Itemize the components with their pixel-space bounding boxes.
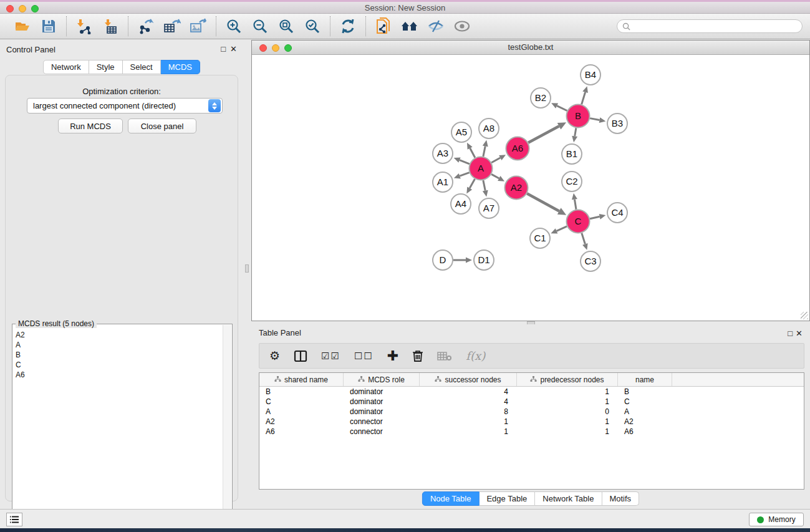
panel-splitter-handle[interactable] <box>245 264 249 273</box>
edge-A-A7[interactable] <box>483 180 485 190</box>
network-window-controls[interactable] <box>259 44 292 52</box>
run-mcds-button[interactable]: Run MCDS <box>58 118 123 133</box>
search-field[interactable] <box>617 19 803 33</box>
zoom-fit-icon[interactable] <box>276 16 296 36</box>
select-all-icon[interactable]: ☑☑ <box>321 351 340 362</box>
cell-MCDS-role[interactable]: dominator <box>344 407 420 417</box>
cell-predecessor-nodes[interactable]: 0 <box>517 407 618 417</box>
node-table[interactable]: shared nameMCDS rolesuccessor nodesprede… <box>259 372 804 490</box>
edge-A-A2[interactable] <box>491 174 499 178</box>
cell-predecessor-nodes[interactable]: 1 <box>517 387 618 397</box>
edge-B-B2[interactable] <box>557 106 567 111</box>
cell-predecessor-nodes[interactable]: 1 <box>517 417 618 427</box>
cell-successor-nodes[interactable]: 1 <box>420 417 517 427</box>
cell-MCDS-role[interactable]: connector <box>344 427 420 437</box>
memory-button[interactable]: Memory <box>749 513 804 526</box>
show-all-icon[interactable] <box>452 16 472 36</box>
cell-successor-nodes[interactable]: 8 <box>420 407 517 417</box>
float-table-panel-icon[interactable]: □ <box>788 329 793 338</box>
mcds-result-list[interactable]: A2ABCA6 <box>13 326 223 532</box>
first-neighbors-icon[interactable] <box>400 16 420 36</box>
tab-style[interactable]: Style <box>89 60 123 74</box>
task-history-button[interactable] <box>6 513 22 526</box>
result-item[interactable]: A6 <box>16 370 223 380</box>
cell-shared-name[interactable]: A2 <box>259 417 344 427</box>
edge-B-B4[interactable] <box>582 92 586 105</box>
close-window-button[interactable] <box>6 5 14 12</box>
cell-MCDS-role[interactable]: dominator <box>344 397 420 407</box>
cell-shared-name[interactable]: A6 <box>259 427 344 437</box>
cell-name[interactable]: C <box>618 397 672 407</box>
tab-edge-table[interactable]: Edge Table <box>479 491 535 506</box>
cell-name[interactable]: A2 <box>618 417 672 427</box>
tab-motifs[interactable]: Motifs <box>602 491 639 506</box>
edge-B-B1[interactable] <box>575 128 576 136</box>
result-item[interactable]: A2 <box>16 330 223 340</box>
float-panel-icon[interactable]: □ <box>221 44 226 54</box>
column-header-predecessor-nodes[interactable]: predecessor nodes <box>517 373 618 386</box>
cell-shared-name[interactable]: C <box>259 397 344 407</box>
zoom-network-window-button[interactable] <box>284 44 292 52</box>
cell-successor-nodes[interactable]: 4 <box>420 397 517 407</box>
tab-network-table[interactable]: Network Table <box>535 491 602 506</box>
edge-A-A3[interactable] <box>460 160 470 164</box>
edge-A-A6[interactable] <box>491 158 500 163</box>
table-row[interactable]: Adominator80A <box>259 407 804 417</box>
table-row[interactable]: A6connector11A6 <box>259 427 804 437</box>
column-selector-icon[interactable] <box>294 350 307 362</box>
zoom-out-icon[interactable] <box>250 16 270 36</box>
minimize-window-button[interactable] <box>19 5 26 12</box>
criterion-dropdown[interactable]: largest connected component (directed) <box>27 98 223 114</box>
tab-node-table[interactable]: Node Table <box>422 491 480 506</box>
cell-MCDS-role[interactable]: dominator <box>344 387 420 397</box>
tab-network[interactable]: Network <box>43 60 89 74</box>
column-header-name[interactable]: name <box>618 373 672 386</box>
edge-A2-C[interactable] <box>527 193 559 211</box>
cell-successor-nodes[interactable]: 1 <box>420 427 517 437</box>
result-item[interactable]: B <box>16 350 223 360</box>
minimize-network-window-button[interactable] <box>272 44 279 52</box>
window-resize-grip[interactable] <box>801 312 808 319</box>
zoom-selected-icon[interactable] <box>302 16 322 36</box>
edge-A-A5[interactable] <box>470 148 475 158</box>
apply-layout-icon[interactable] <box>338 16 358 36</box>
deselect-all-icon[interactable]: ☐☐ <box>354 351 374 362</box>
close-table-panel-icon[interactable]: ✕ <box>796 329 803 338</box>
edge-A-A4[interactable] <box>470 179 475 188</box>
edge-C-C3[interactable] <box>582 233 586 244</box>
network-window-titlebar[interactable]: testGlobe.txt <box>252 41 809 55</box>
export-image-icon[interactable] <box>188 16 208 36</box>
save-session-icon[interactable] <box>39 16 59 36</box>
column-header-successor-nodes[interactable]: successor nodes <box>420 373 517 386</box>
tab-select[interactable]: Select <box>123 60 161 74</box>
close-panel-button[interactable]: Close panel <box>128 118 196 133</box>
cell-predecessor-nodes[interactable]: 1 <box>517 397 618 407</box>
cell-MCDS-role[interactable]: connector <box>344 417 420 427</box>
edge-B-B3[interactable] <box>590 118 599 120</box>
window-controls[interactable] <box>6 5 39 12</box>
import-table-icon[interactable] <box>100 16 120 36</box>
close-panel-icon[interactable]: ✕ <box>230 44 237 54</box>
cell-shared-name[interactable]: A <box>259 407 344 417</box>
cell-shared-name[interactable]: B <box>259 387 344 397</box>
edge-C-C4[interactable] <box>590 216 600 218</box>
cell-name[interactable]: B <box>618 387 672 397</box>
network-canvas[interactable]: B4B2BB3A8A5A6A3B1AA1C2A2A4A7C4CC1C3DD1 <box>252 55 809 321</box>
column-header-MCDS-role[interactable]: MCDS role <box>344 373 420 386</box>
edge-A-A8[interactable] <box>483 146 485 156</box>
close-network-window-button[interactable] <box>259 44 267 52</box>
open-file-icon[interactable] <box>12 16 32 36</box>
edge-A-A1[interactable] <box>460 173 469 177</box>
network-graph[interactable]: B4B2BB3A8A5A6A3B1AA1C2A2A4A7C4CC1C3DD1 <box>252 55 809 321</box>
function-builder-icon[interactable]: f(x) <box>466 349 485 362</box>
tab-mcds[interactable]: MCDS <box>161 60 200 74</box>
new-network-from-selection-icon[interactable] <box>374 16 393 36</box>
delete-column-icon[interactable] <box>412 349 423 362</box>
result-item[interactable]: A <box>16 340 223 350</box>
edge-A6-B[interactable] <box>528 126 559 142</box>
column-header-shared-name[interactable]: shared name <box>259 373 344 386</box>
hide-selected-icon[interactable] <box>426 16 446 36</box>
search-input[interactable] <box>634 22 797 31</box>
table-options-gear-icon[interactable]: ⚙ <box>269 349 280 363</box>
import-network-icon[interactable] <box>74 16 94 36</box>
